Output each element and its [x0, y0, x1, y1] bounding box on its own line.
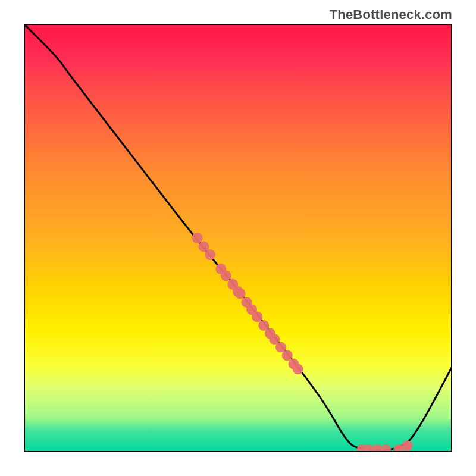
attribution-label: TheBottleneck.com — [330, 7, 452, 23]
chart-frame-border — [24, 24, 452, 452]
chart-container: TheBottleneck.com — [0, 0, 476, 476]
